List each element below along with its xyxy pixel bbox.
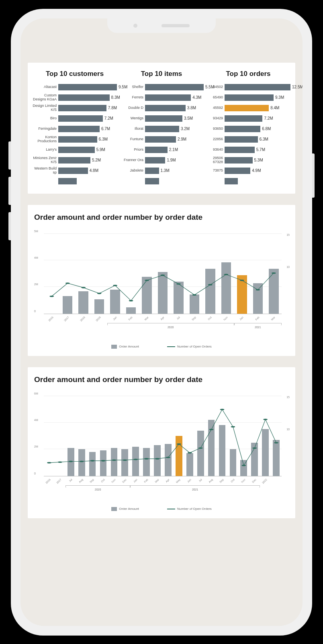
svg-point-15 — [47, 462, 51, 464]
bar-track: 6.8M — [225, 126, 290, 132]
bar — [58, 115, 103, 122]
y2-tick: 15 — [286, 233, 290, 236]
bar-row[interactable]: Custom Designs KGaA8.3M — [33, 92, 117, 103]
bar-row[interactable]: 3450212.5M — [206, 82, 290, 92]
bar-row[interactable]: 934297.2M — [206, 113, 290, 124]
svg-point-21 — [112, 459, 117, 461]
bar-row[interactable]: Design Limited K/S7.8M — [33, 103, 117, 113]
bar — [58, 105, 106, 111]
top10-customers-chart[interactable]: Top 10 customers Altacast9.5MCustom Desi… — [33, 70, 117, 186]
bar — [58, 94, 110, 101]
svg-point-2 — [81, 287, 86, 288]
y-tick: 6M — [34, 392, 38, 395]
x-tick: Aug — [208, 478, 213, 483]
bar-row[interactable]: 936405.7M — [206, 145, 290, 155]
svg-point-14 — [272, 272, 276, 274]
bar — [145, 115, 182, 122]
bar-track: 6.3M — [58, 136, 117, 143]
bar — [225, 157, 253, 164]
x-tick: Mar — [144, 316, 149, 321]
bar-track — [58, 178, 117, 184]
svg-point-3 — [97, 292, 102, 294]
bar — [225, 136, 258, 143]
bar-value: 3.5M — [182, 115, 193, 122]
bar-row[interactable]: Miniones Zenz K/S5.2M — [33, 155, 117, 166]
bar-row[interactable] — [119, 176, 204, 186]
bar-row[interactable]: Shelfer5.5M — [119, 82, 204, 92]
svg-point-12 — [240, 279, 244, 281]
phone-frame: Top 10 customers Altacast9.5MCustom Desi… — [11, 9, 312, 636]
bar — [145, 178, 159, 184]
svg-point-17 — [69, 460, 73, 462]
bar-row[interactable]: Larry's5.9M — [33, 145, 117, 155]
bar-row[interactable]: 29506 673285.3M — [206, 155, 290, 166]
bar-row[interactable]: 654909.3M — [206, 92, 290, 103]
bar-label: 22856 — [206, 137, 223, 141]
bar-row[interactable]: Wentigs3.5M — [119, 113, 204, 124]
dashboard-content: Top 10 customers Altacast9.5MCustom Desi… — [20, 63, 303, 610]
svg-point-36 — [274, 442, 278, 444]
bar-row[interactable]: Konton Productions6.3M — [33, 134, 117, 145]
bar-row[interactable]: Jabslete1.3M — [119, 166, 204, 176]
bar-row[interactable] — [206, 176, 290, 186]
x-tick: 2016 — [45, 478, 51, 484]
bar-row[interactable]: 455928.4M — [206, 103, 290, 113]
bar — [225, 105, 269, 111]
bar-row[interactable]: Ferrets4.3M — [119, 92, 204, 103]
bar-row[interactable]: Altacast9.5M — [33, 82, 117, 92]
x-tick: Feb — [255, 316, 260, 321]
y-tick: 4M — [34, 418, 38, 421]
x-tick: Jan — [112, 316, 117, 321]
bar-row[interactable]: Biro7.2M — [33, 113, 117, 124]
bar-row[interactable]: 738754.9M — [206, 166, 290, 176]
bar-row[interactable]: Franner Ora1.9M — [119, 155, 204, 166]
bar-row[interactable]: Western Build sp4.8M — [33, 166, 117, 176]
bar-track: 5.7M — [225, 147, 290, 153]
bar-value: 5.3M — [253, 157, 263, 164]
chart-legend: Order Amount Number of Open Orders — [33, 507, 290, 511]
svg-point-0 — [49, 295, 54, 297]
x-tick: Mar — [270, 316, 276, 321]
bar — [145, 136, 176, 143]
bar-track: 2.1M — [145, 147, 204, 153]
x-tick: Apr — [165, 478, 170, 483]
bar-track: 8.4M — [225, 105, 290, 111]
bar-row[interactable]: Funtune2.9M — [119, 134, 204, 145]
svg-point-19 — [90, 460, 95, 462]
x-tick: Nov — [241, 478, 246, 483]
bar-row[interactable]: Double D3.8M — [119, 103, 204, 113]
x-group — [130, 485, 260, 488]
bar — [145, 168, 159, 174]
legend-swatch-bar — [111, 507, 117, 511]
x-tick: Feb — [143, 478, 149, 483]
bar — [58, 126, 100, 132]
bar-label: Ferringdale — [33, 127, 57, 131]
line-series — [44, 234, 282, 314]
svg-point-4 — [113, 284, 117, 286]
bar-row[interactable] — [33, 176, 117, 186]
svg-point-31 — [220, 409, 225, 410]
bar-track: 4.3M — [145, 94, 204, 101]
x-tick: 2016 — [47, 316, 53, 322]
x-tick: Oct — [100, 478, 105, 483]
combo-chart-2[interactable]: Order amount and order number by order d… — [28, 367, 295, 518]
combo-chart-1[interactable]: Order amount and order number by order d… — [28, 205, 295, 356]
bar-row[interactable]: 228566.3M — [206, 134, 290, 145]
x-tick: Dec — [251, 478, 257, 483]
y-tick: 5M — [34, 229, 38, 232]
top10-items-chart[interactable]: Top 10 items Shelfer5.5MFerrets4.3MDoubl… — [119, 70, 204, 186]
top10-orders-chart[interactable]: Top 10 orders 3450212.5M654909.3M455928.… — [206, 70, 290, 186]
x-tick: 2018 — [79, 316, 85, 322]
bar-value — [238, 178, 239, 184]
bar-track: 6.3M — [225, 136, 290, 143]
bar — [225, 178, 238, 184]
bar-row[interactable]: Illorat3.2M — [119, 124, 204, 134]
bar-row[interactable]: Ferringdale6.7M — [33, 124, 117, 134]
bar-label: Wentigs — [119, 117, 143, 120]
plot-area: 02M4M5M1015 — [44, 234, 282, 314]
legend-label: Number of Open Orders — [177, 345, 212, 348]
svg-point-27 — [177, 443, 181, 445]
svg-point-7 — [161, 274, 165, 276]
bar-row[interactable]: 936506.8M — [206, 124, 290, 134]
bar-row[interactable]: Priors2.1M — [119, 145, 204, 155]
